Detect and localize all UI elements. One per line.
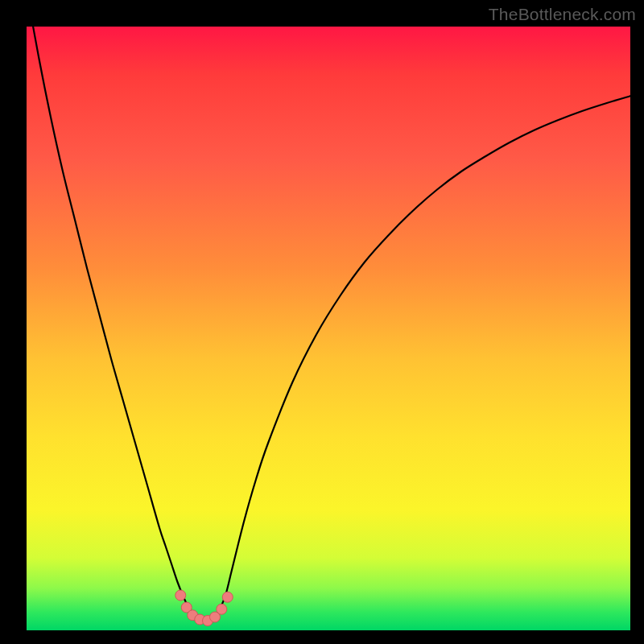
plot-area — [27, 27, 630, 630]
trough-marker — [175, 590, 186, 601]
trough-markers — [175, 590, 233, 626]
trough-marker — [217, 604, 227, 614]
trough-marker — [222, 592, 233, 602]
chart-frame: TheBottleneck.com — [0, 0, 644, 644]
bottleneck-curve-svg — [27, 27, 630, 630]
bottleneck-curve — [27, 0, 630, 621]
watermark-text: TheBottleneck.com — [489, 5, 636, 24]
